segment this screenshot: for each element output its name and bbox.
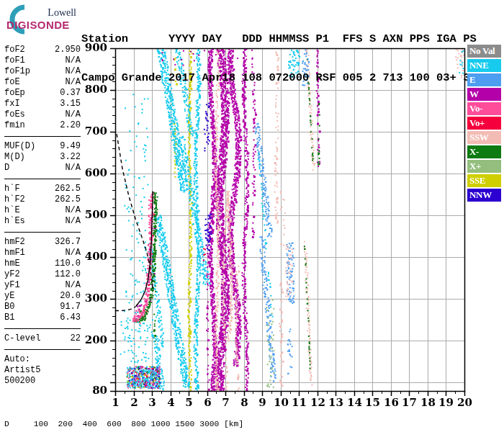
parameter-label: Auto: bbox=[4, 354, 30, 365]
parameter-value: N/A bbox=[65, 77, 81, 88]
parameter-panel: foF22.950foF1N/AfoF1pN/AfoEN/AfoEp0.37fx… bbox=[4, 45, 81, 387]
parameter-label: foEs bbox=[4, 109, 25, 120]
parameter-label: fxI bbox=[4, 99, 20, 109]
parameter-value: N/A bbox=[65, 163, 81, 174]
parameter-label: h`F bbox=[4, 184, 20, 194]
parameter-value: 262.5 bbox=[55, 194, 81, 205]
parameter-row-hmf2: hmF2326.7 bbox=[4, 237, 81, 248]
parameter-row-ye: yE20.0 bbox=[4, 291, 81, 302]
parameter-row-fof1p: foF1pN/A bbox=[4, 66, 81, 77]
legend-item-ssw: SSW bbox=[467, 131, 501, 144]
parameter-label: hmF2 bbox=[4, 237, 25, 248]
parameter-row-hes: h`EsN/A bbox=[4, 216, 81, 227]
parameter-row-artist5: Artist5 bbox=[4, 365, 81, 376]
legend-item-x-: X- bbox=[467, 145, 501, 158]
parameter-value: 9.49 bbox=[60, 141, 81, 152]
parameter-value: N/A bbox=[65, 205, 81, 216]
parameter-label: foF1 bbox=[4, 55, 25, 66]
parameter-value: N/A bbox=[65, 280, 81, 291]
parameter-label: B0 bbox=[4, 302, 14, 312]
parameter-row-yf2: yF2112.0 bbox=[4, 269, 81, 280]
parameter-value: 3.22 bbox=[60, 152, 81, 163]
parameter-value: N/A bbox=[65, 109, 81, 120]
parameter-row-hf2: h`F2262.5 bbox=[4, 194, 81, 205]
digisonde-logo: Lowell DIGISONDE bbox=[3, 4, 84, 35]
parameter-label: fmin bbox=[4, 120, 25, 131]
legend-item-x+: X+ bbox=[467, 160, 501, 173]
legend-item-noval: No Val bbox=[467, 45, 501, 58]
parameter-row-hmf1: hmF1N/A bbox=[4, 248, 81, 258]
parameter-row-fof1: foF1N/A bbox=[4, 55, 81, 66]
parameter-value: 326.7 bbox=[55, 237, 81, 248]
parameter-value: N/A bbox=[65, 248, 81, 258]
parameter-value: 91.7 bbox=[60, 302, 81, 312]
panel-divider bbox=[4, 344, 81, 354]
station-header: Station YYYY DAY DDD HHMMSS P1 FFS S AXN… bbox=[81, 6, 477, 110]
parameter-label: foF1p bbox=[4, 66, 30, 77]
parameter-label: M(D) bbox=[4, 152, 25, 163]
parameter-row-foes: foEsN/A bbox=[4, 109, 81, 120]
parameter-label: h`Es bbox=[4, 216, 25, 227]
parameter-value: 262.5 bbox=[55, 184, 81, 194]
parameter-label: 500200 bbox=[4, 376, 35, 387]
parameter-label: B1 bbox=[4, 312, 14, 323]
parameter-row-auto: Auto: bbox=[4, 354, 81, 365]
parameter-row-b1: B16.43 bbox=[4, 312, 81, 323]
parameter-value: 2.20 bbox=[60, 120, 81, 131]
distance-row: D 100 200 400 600 800 1000 1500 3000 [km… bbox=[4, 419, 492, 431]
parameter-label: hmF1 bbox=[4, 248, 25, 258]
parameter-label: h`E bbox=[4, 205, 20, 216]
parameter-row-mufd: MUF(D)9.49 bbox=[4, 141, 81, 152]
legend-item-e: E bbox=[467, 73, 501, 86]
parameter-value: 2.950 bbox=[55, 45, 81, 55]
logo-text-digisonde: DIGISONDE bbox=[6, 19, 70, 31]
parameter-row-fof2: foF22.950 bbox=[4, 45, 81, 55]
legend-item-w: W bbox=[467, 88, 501, 101]
parameter-row-b0: B091.7 bbox=[4, 302, 81, 312]
panel-divider bbox=[4, 174, 81, 184]
parameter-row-d: DN/A bbox=[4, 163, 81, 174]
echo-direction-legend: No ValNNEEWVo-Vo+SSWX-X+SSENNW bbox=[467, 45, 502, 203]
parameter-label: yF1 bbox=[4, 280, 20, 291]
parameter-value: 20.0 bbox=[60, 291, 81, 302]
parameter-row-he: h`EN/A bbox=[4, 205, 81, 216]
parameter-label: D bbox=[4, 163, 9, 174]
parameter-label: yE bbox=[4, 291, 14, 302]
parameter-label: hmE bbox=[4, 258, 20, 269]
parameter-label: Artist5 bbox=[4, 365, 40, 376]
panel-divider bbox=[4, 227, 81, 237]
legend-item-nnw: NNW bbox=[467, 189, 501, 202]
parameter-row-hme: hmE110.0 bbox=[4, 258, 81, 269]
parameter-value: 6.43 bbox=[60, 312, 81, 323]
parameter-row-foe: foEN/A bbox=[4, 77, 81, 88]
bottom-info: D 100 200 400 600 800 1000 1500 3000 [km… bbox=[4, 397, 492, 432]
legend-item-nne: NNE bbox=[467, 59, 501, 72]
parameter-row-foep: foEp0.37 bbox=[4, 88, 81, 99]
parameter-value: N/A bbox=[65, 55, 81, 66]
parameter-row-500200: 500200 bbox=[4, 376, 81, 387]
parameter-label: h`F2 bbox=[4, 194, 25, 205]
header-values: Campo Grande 2017 Apr18 108 072000 RSF 0… bbox=[81, 71, 477, 84]
parameter-value: 22 bbox=[71, 333, 81, 344]
legend-item-vo-: Vo- bbox=[467, 102, 501, 115]
parameter-label: foF2 bbox=[4, 45, 25, 55]
parameter-label: MUF(D) bbox=[4, 141, 35, 152]
parameter-row-yf1: yF1N/A bbox=[4, 280, 81, 291]
parameter-row-fxi: fxI3.15 bbox=[4, 99, 81, 109]
parameter-value: 112.0 bbox=[55, 269, 81, 280]
parameter-value: N/A bbox=[65, 216, 81, 227]
parameter-value: 3.15 bbox=[60, 99, 81, 109]
panel-divider bbox=[4, 323, 81, 333]
parameter-row-clevel: C-level22 bbox=[4, 333, 81, 344]
parameter-value: 0.37 bbox=[60, 88, 81, 99]
header-column-labels: Station YYYY DAY DDD HHMMSS P1 FFS S AXN… bbox=[81, 32, 477, 45]
legend-item-vo+: Vo+ bbox=[467, 117, 501, 130]
parameter-label: foE bbox=[4, 77, 20, 88]
logo-text-lowell: Lowell bbox=[3, 7, 76, 19]
parameter-label: foEp bbox=[4, 88, 25, 99]
parameter-row-hf: h`F262.5 bbox=[4, 184, 81, 194]
parameter-value: 110.0 bbox=[55, 258, 81, 269]
legend-item-sse: SSE bbox=[467, 174, 501, 187]
parameter-row-fmin: fmin2.20 bbox=[4, 120, 81, 131]
parameter-label: yF2 bbox=[4, 269, 20, 280]
